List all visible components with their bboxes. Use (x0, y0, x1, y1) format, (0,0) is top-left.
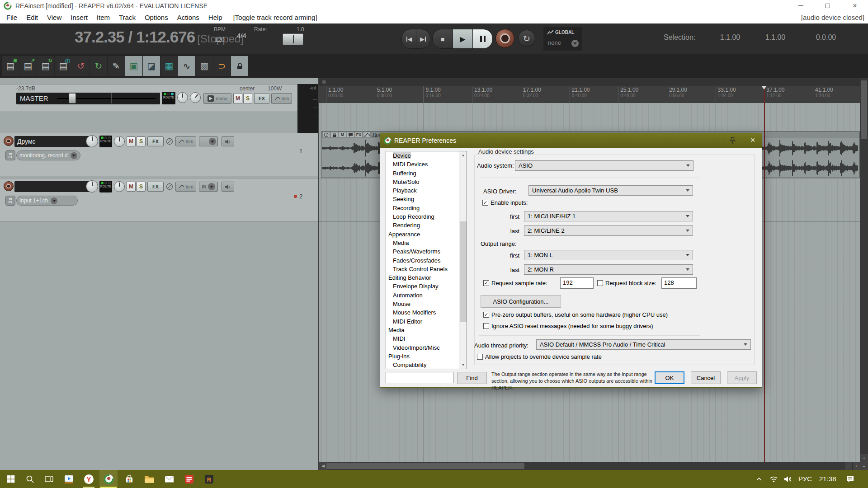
red-app[interactable] (180, 470, 198, 488)
track1-record-arm-button[interactable] (4, 136, 14, 146)
vzoom-in-button[interactable]: ＋ (860, 454, 868, 462)
tree-item-peaks-waveforms[interactable]: Peaks/Waveforms (386, 247, 467, 256)
redo-button[interactable]: ↻ (90, 56, 107, 76)
chevron-down-icon[interactable] (71, 152, 77, 159)
chevron-down-icon[interactable] (571, 40, 579, 47)
request-block-size-checkbox[interactable] (597, 280, 603, 286)
item-fx-icon[interactable]: FX (355, 132, 363, 138)
track1-phase-button[interactable] (165, 137, 174, 147)
track2-record-arm-button[interactable] (4, 181, 14, 191)
menu-file[interactable]: File (2, 14, 22, 21)
track1-volume-knob[interactable] (86, 135, 98, 147)
track1-solo-button[interactable]: S (137, 136, 146, 146)
start-button[interactable] (2, 470, 20, 488)
tree-item-mouse-modifiers[interactable]: Mouse Modifiers (386, 308, 467, 317)
track1-pan-knob[interactable] (114, 136, 125, 147)
apply-button[interactable]: Apply (727, 371, 757, 384)
playhead[interactable] (764, 86, 765, 462)
tree-item-mouse[interactable]: Mouse (386, 300, 467, 308)
global-automation-box[interactable]: GLOBAL none (543, 27, 582, 51)
menu-edit[interactable]: Edit (22, 14, 42, 21)
tree-item-device[interactable]: Device (386, 151, 467, 160)
record-button[interactable] (495, 29, 514, 48)
clock[interactable]: 21:38 (819, 475, 836, 483)
track2-volume-knob[interactable] (86, 180, 98, 192)
selection-length[interactable]: 0.0.00 (806, 33, 846, 42)
output-first-select[interactable]: 1: MON L (524, 250, 693, 260)
master-pan-knob[interactable] (177, 92, 188, 103)
track1-route-button[interactable]: ROUTE (99, 136, 112, 147)
tray-chevron-button[interactable] (752, 470, 766, 488)
preferences-tree[interactable]: DeviceMIDI DevicesBufferingMute/SoloPlay… (386, 151, 467, 369)
selection-start[interactable]: 1.1.00 (710, 33, 750, 42)
tree-item-seeking[interactable]: Seeking (386, 195, 467, 203)
selection-end[interactable]: 1.1.00 (755, 33, 796, 42)
scroll-left-button[interactable]: ◀ (319, 462, 327, 470)
toggle-locking-button[interactable] (231, 56, 248, 76)
close-button[interactable]: × (844, 0, 866, 11)
tree-item-track-control-panels[interactable]: Track Control Panels (386, 265, 467, 273)
input-last-select[interactable]: 2: MIC/LINE 2 (524, 225, 693, 236)
chevron-down-icon[interactable] (51, 197, 57, 204)
scroll-down-icon[interactable]: ▼ (459, 361, 467, 369)
prezero-checkbox[interactable] (483, 312, 489, 318)
zoom-in-button[interactable]: ＋ (852, 462, 860, 470)
block-size-input[interactable]: 128 (661, 277, 697, 289)
network-tray-icon[interactable] (767, 470, 780, 488)
tree-item-compatibility[interactable]: Compatibility (386, 361, 467, 369)
master-width-knob[interactable] (190, 92, 201, 103)
item-envelope-icon[interactable] (363, 132, 371, 138)
tree-item-loop-recording[interactable]: Loop Recording (386, 212, 467, 221)
language-indicator[interactable]: РУС (798, 475, 812, 483)
tree-scroll-thumb[interactable] (460, 221, 467, 322)
request-sample-rate-checkbox[interactable] (483, 280, 489, 286)
tree-item-midi[interactable]: MIDI (386, 334, 467, 343)
rate-slider[interactable] (283, 33, 303, 45)
audio-system-select[interactable]: ASIO (515, 160, 693, 171)
menu-view[interactable]: View (42, 14, 66, 21)
tree-item-video-import-misc[interactable]: Video/Import/Misc (386, 343, 467, 352)
tree-item-rendering[interactable]: Rendering (386, 221, 467, 230)
track1-trim-button[interactable]: trim (175, 136, 196, 146)
tree-item-midi-devices[interactable]: MIDI Devices (386, 160, 467, 169)
go-to-start-button[interactable]: ◀ (402, 29, 416, 48)
ok-button[interactable]: OK (655, 371, 684, 384)
item-notes-icon[interactable] (347, 132, 354, 138)
horizontal-scrollbar[interactable]: ◀ − ＋ (319, 462, 860, 470)
media-layouts-button[interactable]: ▦ (160, 56, 178, 76)
master-fx-button[interactable]: FX (254, 93, 269, 104)
track1-name-box[interactable]: Друмс (14, 136, 94, 147)
allow-override-checkbox[interactable] (477, 354, 483, 360)
menu-item[interactable]: Item (92, 14, 114, 21)
tree-item-automation[interactable]: Automation (386, 291, 467, 300)
track2-pan-knob[interactable] (114, 181, 125, 192)
zoom-out-button[interactable]: − (844, 462, 852, 470)
minimize-button[interactable] (789, 0, 812, 11)
pin-icon[interactable] (730, 137, 736, 146)
play-button[interactable]: ▶ (453, 29, 472, 48)
vertical-scrollbar[interactable]: ＋ − (860, 78, 868, 470)
track1-fx-chain[interactable]: INFX monitoring, record d (5, 150, 80, 160)
enable-inputs-checkbox[interactable] (482, 200, 488, 206)
menu-options[interactable]: Options (140, 14, 173, 21)
project-settings-button[interactable]: ▤ⓘ (55, 56, 72, 76)
item-clock-icon[interactable] (322, 132, 330, 138)
tree-item-playback[interactable]: Playback (386, 186, 467, 195)
tree-item-envelope-display[interactable]: Envelope Display (386, 282, 467, 291)
tree-scrollbar[interactable]: ▲ ▼ (459, 151, 467, 369)
ignore-reset-checkbox[interactable] (483, 323, 489, 329)
thread-priority-select[interactable]: ASIO Default / MMCSS Pro Audio / Time Cr… (536, 339, 751, 350)
toggle-grouping-button[interactable]: ▣ (125, 56, 142, 76)
stop-button[interactable]: ■ (433, 29, 453, 48)
search-button[interactable] (21, 470, 39, 488)
time-signature[interactable]: 4/4 (237, 32, 246, 39)
tree-item-recording[interactable]: Recording (386, 204, 467, 212)
orange-app[interactable]: R (200, 470, 218, 488)
playhead-marker[interactable] (761, 86, 767, 89)
timeline-ruler[interactable]: 1.1.000:00.005.1.000:08.009.1.000:16.001… (319, 86, 860, 103)
new-project-button[interactable]: ▤✱ (2, 56, 19, 76)
save-project-button[interactable]: ▤↻ (37, 56, 54, 76)
track2-solo-button[interactable]: S (137, 182, 146, 192)
track2-fx-chain[interactable]: INFX Input 1+1ch (5, 196, 78, 206)
scroll-up-icon[interactable]: ▲ (459, 151, 467, 159)
